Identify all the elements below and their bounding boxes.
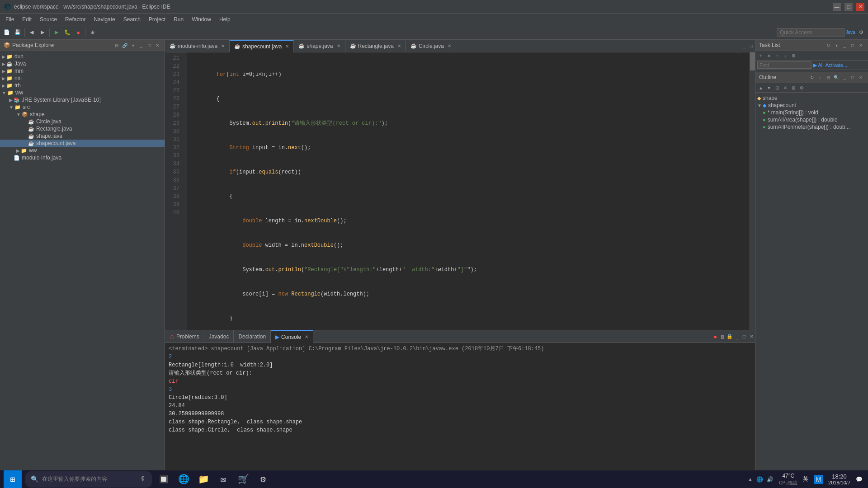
pe-item-shapecount[interactable]: ▶ ☕ shapecount.java <box>0 140 165 147</box>
outline-item-sumallperimeter[interactable]: ● sumAllPerimeter(shape[]) : doub... <box>755 123 868 131</box>
start-button[interactable]: ⊞ <box>4 470 22 488</box>
taskbar-task-view[interactable]: 🔲 <box>156 471 172 488</box>
tl-toolbar-btn4[interactable]: ↓ <box>782 52 789 59</box>
code-content[interactable]: for(int i=0;i<n;i++) { System.out.printl… <box>187 52 750 330</box>
toolbar-fwd[interactable]: ▶ <box>38 28 47 38</box>
outline-toolbar-btn5[interactable]: ⊞ <box>790 84 797 91</box>
outline-toolbar-btn6[interactable]: ⚙ <box>798 84 805 91</box>
taskbar-mail[interactable]: ✉ <box>215 471 231 488</box>
tl-btn-2[interactable]: ▾ <box>833 42 840 49</box>
toolbar-save[interactable]: 💾 <box>13 28 23 38</box>
taskbar-edge[interactable]: 🌐 <box>175 471 192 488</box>
bottom-tab-problems[interactable]: ⚠ Problems <box>165 330 204 343</box>
menu-refactor[interactable]: Refactor <box>61 15 89 23</box>
tl-toolbar-btn5[interactable]: ⚙ <box>790 52 797 59</box>
menu-search[interactable]: Search <box>120 15 144 23</box>
outline-item-shapecount[interactable]: ▼ ◆ shapecount <box>755 102 868 109</box>
bottom-tab-declaration[interactable]: Declaration <box>234 330 271 343</box>
pe-item-ww-sub[interactable]: ▶ 📁 ww <box>0 147 165 154</box>
console-scroll-lock-btn[interactable]: 🔒 <box>726 333 733 340</box>
close-button[interactable]: ✕ <box>856 3 864 11</box>
outline-toolbar-btn1[interactable]: ▲ <box>757 84 764 91</box>
taskbar-store[interactable]: 🛒 <box>235 471 251 488</box>
outline-toolbar-btn2[interactable]: ▼ <box>765 84 773 91</box>
pe-item-nin[interactable]: ▶ 📁 nin <box>0 75 165 82</box>
toolbar-back[interactable]: ◀ <box>27 28 37 38</box>
volume-icon[interactable]: 🔊 <box>767 476 774 483</box>
menu-window[interactable]: Window <box>188 15 215 23</box>
pe-item-trh[interactable]: ▶ 📁 trh <box>0 82 165 89</box>
outline-sync-btn[interactable]: ↻ <box>808 74 816 81</box>
outline-close-btn[interactable]: ✕ <box>857 74 864 81</box>
console-clear-btn[interactable]: 🗑 <box>719 333 726 340</box>
pe-item-shape-java[interactable]: ▶ ☕ shape.java <box>0 132 165 140</box>
outline-item-main[interactable]: ● * main(String[]) : void <box>755 109 868 116</box>
console-min-btn[interactable]: _ <box>733 333 741 340</box>
outline-toolbar-btn3[interactable]: ⊟ <box>774 84 781 91</box>
menu-project[interactable]: Project <box>145 15 169 23</box>
tl-max-btn[interactable]: □ <box>849 42 856 49</box>
menu-edit[interactable]: Edit <box>19 15 35 23</box>
pe-item-rectangle[interactable]: ▶ ☕ Rectangle.java <box>0 125 165 132</box>
tl-btn-1[interactable]: ↻ <box>825 42 832 49</box>
bottom-tab-console[interactable]: ▶ Console ✕ <box>271 330 313 343</box>
pe-item-module-info[interactable]: ▶ 📄 module-info.java <box>0 154 165 161</box>
toolbar-debug[interactable]: 🐛 <box>62 28 72 38</box>
menu-help[interactable]: Help <box>216 15 234 23</box>
clock[interactable]: 18:20 2018/10/7 <box>828 473 850 485</box>
tab-close-circle[interactable]: ✕ <box>448 43 451 48</box>
toolbar-perspective1[interactable]: Java <box>845 28 855 38</box>
taskbar-explorer[interactable]: 📁 <box>195 471 212 488</box>
find-input[interactable] <box>757 61 811 69</box>
toolbar-run[interactable]: ▶ <box>52 28 61 38</box>
tab-circle[interactable]: ☕ Circle.java ✕ <box>406 40 456 52</box>
minimize-button[interactable]: — <box>833 3 841 11</box>
outline-filter-btn[interactable]: 🔍 <box>833 74 840 81</box>
ime-indicator[interactable]: M <box>814 475 823 484</box>
toolbar-stop[interactable]: ■ <box>73 28 83 38</box>
taskbar-search[interactable]: 🔍 在这里输入你要搜索的内容 🎙 <box>25 471 152 488</box>
bottom-tab-javadoc[interactable]: Javadoc <box>204 330 234 343</box>
console-close-btn[interactable]: ✕ <box>748 333 755 340</box>
outline-max-btn[interactable]: □ <box>849 74 856 81</box>
lang-indicator[interactable]: 英 <box>803 475 808 483</box>
outline-item-shape[interactable]: ◆ shape <box>755 94 868 102</box>
taskbar-settings[interactable]: ⚙ <box>255 471 271 488</box>
quick-access-input[interactable] <box>777 28 844 37</box>
tab-close-shapecount[interactable]: ✕ <box>285 44 289 49</box>
tab-close-module-info[interactable]: ✕ <box>221 43 225 48</box>
tab-shapecount[interactable]: ☕ shapecount.java ✕ <box>230 40 294 52</box>
pe-item-shape-pkg[interactable]: ▼ 📦 shape <box>0 111 165 118</box>
editor-min-btn[interactable]: _ <box>741 42 748 50</box>
activate-link[interactable]: Activate... <box>826 62 847 68</box>
pe-menu-btn[interactable]: ▾ <box>129 42 137 49</box>
pe-link-btn[interactable]: 🔗 <box>121 42 128 49</box>
toolbar-perspective2[interactable]: ⚙ <box>856 28 866 38</box>
bottom-tab-close-console[interactable]: ✕ <box>305 334 308 339</box>
menu-source[interactable]: Source <box>36 15 61 23</box>
toolbar-open-perspective[interactable]: ⊞ <box>87 28 97 38</box>
toolbar-new[interactable]: 📄 <box>2 28 12 38</box>
tl-toolbar-btn3[interactable]: ↑ <box>774 52 781 59</box>
menu-run[interactable]: Run <box>170 15 187 23</box>
pe-item-mm[interactable]: ▶ 📁 mm <box>0 67 165 75</box>
outline-hide-btn[interactable]: ⊟ <box>825 74 832 81</box>
find-all-link[interactable]: ▶ All <box>813 62 824 68</box>
tab-close-rectangle[interactable]: ✕ <box>397 43 401 48</box>
tab-rectangle[interactable]: ☕ Rectangle.java ✕ <box>345 40 406 52</box>
tab-close-shape[interactable]: ✕ <box>337 43 340 48</box>
notification-icon[interactable]: 💬 <box>856 476 863 483</box>
pe-item-circle[interactable]: ▶ ☕ Circle.java <box>0 118 165 125</box>
tl-close-btn[interactable]: ✕ <box>857 42 864 49</box>
console-max-btn[interactable]: □ <box>741 333 748 340</box>
outline-min-btn[interactable]: _ <box>841 74 848 81</box>
tab-shape[interactable]: ☕ shape.java ✕ <box>294 40 345 52</box>
maximize-button[interactable]: □ <box>844 3 853 11</box>
tab-module-info[interactable]: ☕ module-info.java ✕ <box>165 40 230 52</box>
pe-close-btn[interactable]: ✕ <box>154 42 161 49</box>
outline-item-sumallarea[interactable]: ● sumAllArea(shape[]) : double <box>755 116 868 123</box>
pe-item-jre[interactable]: ▶ 📚 JRE System Library [JavaSE-10] <box>0 96 165 103</box>
pe-item-dun[interactable]: ▶ 📁 dun <box>0 53 165 60</box>
tl-toolbar-btn1[interactable]: + <box>757 52 764 59</box>
menu-navigate[interactable]: Navigate <box>90 15 118 23</box>
